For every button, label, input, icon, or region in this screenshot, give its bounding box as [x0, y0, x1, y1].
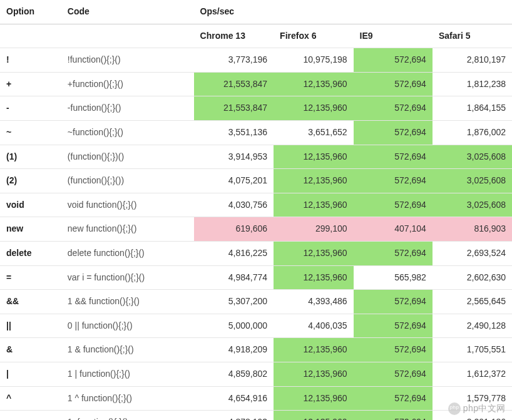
cell-value: 572,694: [354, 386, 433, 411]
cell-value: 3,914,953: [194, 145, 274, 169]
cell-value: 572,694: [354, 193, 433, 217]
cell-value: 12,135,960: [274, 193, 354, 217]
cell-option: &&: [0, 290, 61, 314]
cell-value: 572,694: [354, 314, 433, 338]
table-row: ,1, function(){;}()4,878,19312,135,96057…: [0, 411, 512, 420]
cell-value: 4,816,225: [194, 241, 274, 265]
cell-value: 3,025,608: [433, 193, 512, 217]
cell-value: 1,705,551: [433, 338, 512, 362]
cell-value: 12,135,960: [274, 241, 354, 265]
cell-value: 2,602,630: [433, 265, 512, 290]
cell-value: 572,694: [354, 338, 433, 362]
cell-option: &: [0, 338, 61, 362]
cell-value: 4,859,802: [194, 362, 274, 386]
cell-value: 10,975,198: [274, 48, 354, 73]
cell-value: 572,694: [354, 290, 433, 314]
table-row: ^1 ^ function(){;}()4,654,91612,135,9605…: [0, 386, 512, 411]
table-row: (1)(function(){;})()3,914,95312,135,9605…: [0, 145, 512, 169]
col-option: Option: [0, 0, 61, 24]
cell-value: 21,553,847: [194, 96, 274, 121]
cell-value: 2,565,645: [433, 290, 512, 314]
cell-value: 12,135,960: [274, 96, 354, 121]
cell-value: 572,694: [354, 48, 433, 73]
cell-code: (function(){;}()): [61, 169, 194, 193]
cell-code: -function(){;}(): [61, 96, 194, 121]
cell-code: 1 ^ function(){;}(): [61, 386, 194, 411]
cell-value: 12,135,960: [274, 386, 354, 411]
cell-value: 407,104: [354, 217, 433, 242]
table-row: |1 | function(){;}()4,859,80212,135,9605…: [0, 362, 512, 386]
cell-value: 4,030,756: [194, 193, 274, 217]
cell-value: 1,812,238: [433, 72, 512, 96]
table-row: ++function(){;}()21,553,84712,135,960572…: [0, 72, 512, 96]
cell-value: 4,984,774: [194, 265, 274, 290]
col-ops: Ops/sec: [194, 0, 512, 24]
col-code: Code: [61, 0, 194, 24]
cell-value: 2,810,197: [433, 48, 512, 73]
col-browser: Chrome 13: [194, 24, 274, 48]
cell-option: (1): [0, 145, 61, 169]
cell-option: ~: [0, 120, 61, 145]
cell-value: 2,693,524: [433, 241, 512, 265]
cell-option: delete: [0, 241, 61, 265]
cell-value: 12,135,960: [274, 411, 354, 420]
cell-value: 2,490,128: [433, 314, 512, 338]
cell-value: 4,406,035: [274, 314, 354, 338]
cell-value: 12,135,960: [274, 145, 354, 169]
cell-code: void function(){;}(): [61, 193, 194, 217]
cell-value: 3,773,196: [194, 48, 274, 73]
col-browser: Safari 5: [433, 24, 512, 48]
cell-code: delete function(){;}(): [61, 241, 194, 265]
cell-value: 572,694: [354, 72, 433, 96]
table-row: ~~function(){;}()3,551,1363,651,652572,6…: [0, 120, 512, 145]
cell-value: 4,878,193: [194, 411, 274, 420]
cell-code: 0 || function(){;}(): [61, 314, 194, 338]
cell-option: !: [0, 48, 61, 73]
cell-value: 1,612,372: [433, 362, 512, 386]
table-row: --function(){;}()21,553,84712,135,960572…: [0, 96, 512, 121]
cell-value: 4,075,201: [194, 169, 274, 193]
table-row: (2)(function(){;}())4,075,20112,135,9605…: [0, 169, 512, 193]
cell-code: ~function(){;}(): [61, 120, 194, 145]
cell-value: 619,606: [194, 217, 274, 242]
table-row: voidvoid function(){;}()4,030,75612,135,…: [0, 193, 512, 217]
cell-value: 3,025,608: [433, 145, 512, 169]
cell-value: 12,135,960: [274, 338, 354, 362]
cell-code: !function(){;}(): [61, 48, 194, 73]
cell-value: 5,000,000: [194, 314, 274, 338]
cell-value: 572,694: [354, 120, 433, 145]
cell-value: 12,135,960: [274, 72, 354, 96]
cell-value: 572,694: [354, 169, 433, 193]
cell-option: ^: [0, 386, 61, 411]
cell-code: (function(){;})(): [61, 145, 194, 169]
col-spacer: [0, 24, 61, 48]
cell-value: 572,694: [354, 96, 433, 121]
cell-value: 1,864,155: [433, 96, 512, 121]
cell-option: void: [0, 193, 61, 217]
cell-option: -: [0, 96, 61, 121]
cell-value: 572,694: [354, 145, 433, 169]
cell-option: (2): [0, 169, 61, 193]
cell-value: 3,651,652: [274, 120, 354, 145]
cell-option: ||: [0, 314, 61, 338]
cell-value: 12,135,960: [274, 265, 354, 290]
cell-value: 12,135,960: [274, 362, 354, 386]
cell-value: 572,694: [354, 411, 433, 420]
cell-code: 1 | function(){;}(): [61, 362, 194, 386]
col-browser: Firefox 6: [274, 24, 354, 48]
cell-value: 816,903: [433, 217, 512, 242]
cell-code: new function(){;}(): [61, 217, 194, 242]
cell-value: 572,694: [354, 241, 433, 265]
cell-code: 1 && function(){;}(): [61, 290, 194, 314]
col-browser: IE9: [354, 24, 433, 48]
cell-value: 299,100: [274, 217, 354, 242]
cell-value: 3,025,608: [433, 169, 512, 193]
col-spacer: [61, 24, 194, 48]
cell-value: 572,694: [354, 362, 433, 386]
cell-option: +: [0, 72, 61, 96]
cell-value: 2,201,186: [433, 411, 512, 420]
cell-value: 4,393,486: [274, 290, 354, 314]
cell-value: 565,982: [354, 265, 433, 290]
table-row: deletedelete function(){;}()4,816,22512,…: [0, 241, 512, 265]
cell-value: 21,553,847: [194, 72, 274, 96]
